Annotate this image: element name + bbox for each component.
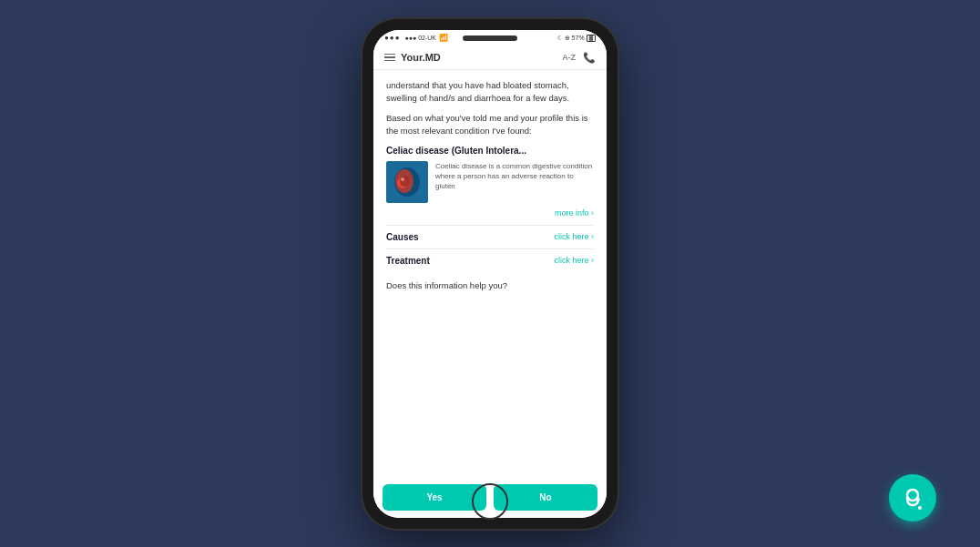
phone-screen: ●●● ●●● 02-UK 📶 13:00 ☾ ⊕ 57% ▓ Your.MD: [373, 30, 607, 518]
causes-row[interactable]: Causes click here ›: [386, 225, 594, 248]
status-right: ☾ ⊕ 57% ▓: [557, 35, 596, 42]
treatment-link[interactable]: click here ›: [554, 256, 594, 265]
intro-text-2: Based on what you've told me and your pr…: [386, 112, 594, 138]
status-bar: ●●● ●●● 02-UK 📶 13:00 ☾ ⊕ 57% ▓: [373, 30, 607, 46]
moon-icon: ☾: [557, 35, 563, 42]
no-button[interactable]: No: [494, 484, 597, 511]
stethoscope-icon: [900, 485, 925, 511]
condition-image: [386, 161, 428, 203]
phone-icon[interactable]: 📞: [583, 52, 596, 64]
svg-point-7: [918, 506, 922, 510]
battery-label: 57%: [572, 35, 585, 41]
wifi-icon: 📶: [439, 34, 448, 42]
intro-text-1: understand that you have had bloated sto…: [386, 79, 594, 106]
svg-point-6: [916, 498, 920, 501]
yourmd-badge[interactable]: [889, 474, 936, 522]
yes-button[interactable]: Yes: [383, 484, 486, 511]
status-left: ●●● ●●● 02-UK 📶: [384, 34, 448, 42]
phone-shell: ●●● ●●● 02-UK 📶 13:00 ☾ ⊕ 57% ▓ Your.MD: [362, 19, 618, 529]
nav-bar: Your.MD A-Z 📞: [373, 46, 607, 70]
causes-label: Causes: [386, 232, 419, 242]
signal-icon: ⊕: [565, 35, 570, 42]
more-info-link[interactable]: more info ›: [386, 208, 594, 218]
condition-title: Celiac disease (Gluten Intolera...: [386, 146, 594, 156]
bottom-buttons: Yes No: [373, 477, 607, 518]
condition-description: Coeliac disease is a common digestive co…: [435, 161, 594, 192]
nav-left[interactable]: Your.MD: [384, 52, 441, 63]
time-display: 13:00: [492, 34, 513, 43]
chat-content: understand that you have had bloated sto…: [373, 70, 607, 477]
app-title: Your.MD: [401, 52, 441, 63]
condition-card[interactable]: Coeliac disease is a common digestive co…: [386, 161, 594, 203]
battery-icon: ▓: [587, 35, 596, 42]
carrier-label: ●●● 02-UK: [405, 35, 436, 41]
svg-point-3: [400, 176, 409, 187]
az-label[interactable]: A-Z: [563, 53, 577, 62]
nav-right: A-Z 📞: [563, 52, 597, 64]
treatment-row[interactable]: Treatment click here ›: [386, 248, 594, 272]
signal-dots: ●●●: [384, 34, 401, 42]
hamburger-icon[interactable]: [384, 54, 395, 62]
help-question: Does this information help you?: [386, 272, 594, 295]
causes-link[interactable]: click here ›: [554, 232, 594, 241]
treatment-label: Treatment: [386, 256, 430, 266]
svg-point-4: [401, 177, 404, 181]
